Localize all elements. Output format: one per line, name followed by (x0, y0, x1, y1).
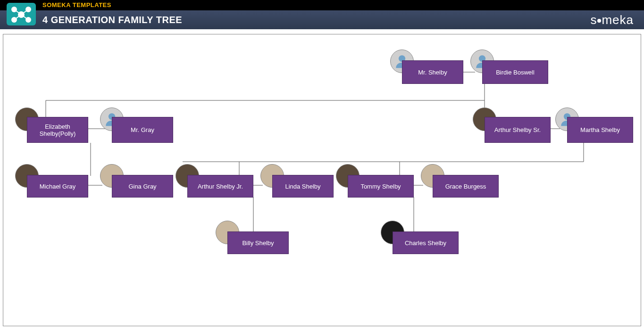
node-gina[interactable]: Gina Gray (112, 175, 173, 198)
node-martha[interactable]: Martha Shelby (567, 117, 633, 143)
node-charles[interactable]: Charles Shelby (393, 231, 459, 254)
node-mr-shelby[interactable]: Mr. Shelby (402, 60, 463, 84)
node-arthur-sr[interactable]: Arthur Shelby Sr. (485, 117, 551, 143)
tree-canvas: Mr. Shelby Birdie Boswell Elizabeth Shel… (3, 34, 641, 326)
node-michael[interactable]: Michael Gray (27, 175, 88, 198)
node-linda[interactable]: Linda Shelby (272, 175, 334, 198)
node-arthur-jr[interactable]: Arthur Shelby Jr. (187, 175, 253, 198)
page-title: 4 GENERATION FAMILY TREE (42, 15, 182, 25)
node-birdie-boswell[interactable]: Birdie Boswell (482, 60, 548, 84)
node-mr-gray[interactable]: Mr. Gray (112, 117, 173, 143)
app-logo-icon (5, 1, 38, 27)
brand-line: SOMEKA TEMPLATES (0, 0, 644, 10)
node-tommy[interactable]: Tommy Shelby (348, 175, 414, 198)
page-title-bar: 4 GENERATION FAMILY TREE smeka (0, 10, 644, 29)
brand-logo: smeka (590, 10, 634, 29)
node-billy[interactable]: Billy Shelby (227, 231, 289, 254)
node-polly[interactable]: Elizabeth Shelby(Polly) (27, 117, 88, 143)
node-grace[interactable]: Grace Burgess (433, 175, 499, 198)
